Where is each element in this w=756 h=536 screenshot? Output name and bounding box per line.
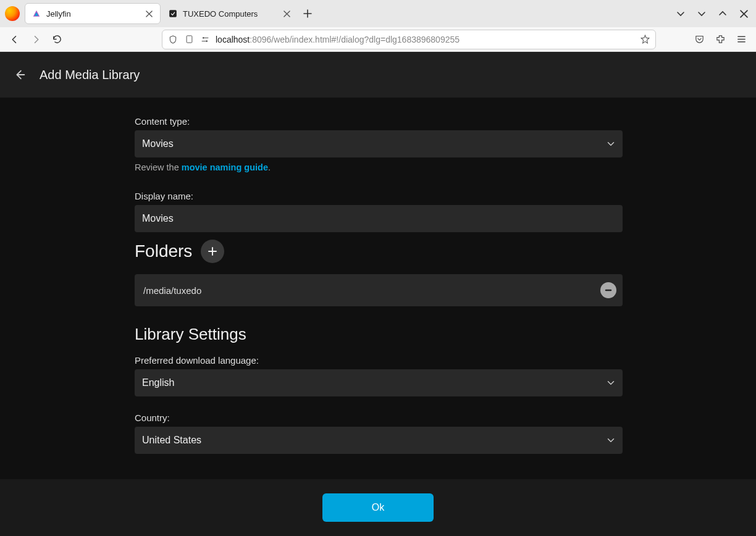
app-menu-icon[interactable] <box>733 31 750 48</box>
add-folder-button[interactable] <box>201 240 224 263</box>
form-scroll-area[interactable]: Content type: Movies Review the movie na… <box>0 98 756 479</box>
shield-icon[interactable] <box>167 34 178 45</box>
browser-chrome: Jellyfin TUXEDO Computers <box>0 0 756 52</box>
bookmark-star-icon[interactable] <box>639 34 650 45</box>
library-settings-heading: Library Settings <box>135 325 623 344</box>
display-name-input[interactable]: Movies <box>135 205 623 232</box>
close-icon[interactable] <box>144 9 154 19</box>
folder-row[interactable]: /media/tuxedo <box>135 274 623 306</box>
dialog-title: Add Media Library <box>40 68 140 82</box>
window-maximize-icon[interactable] <box>714 5 731 22</box>
svg-point-3 <box>206 40 208 42</box>
svg-rect-1 <box>187 36 192 43</box>
ok-button[interactable]: Ok <box>322 493 434 522</box>
address-bar[interactable]: localhost:8096/web/index.html#!/dialog?d… <box>162 30 656 49</box>
display-name-label: Display name: <box>135 191 623 201</box>
dialog-header: Add Media Library <box>0 52 756 98</box>
close-icon[interactable] <box>282 9 292 19</box>
tab-tuxedo[interactable]: TUXEDO Computers <box>162 3 298 24</box>
browser-toolbar: localhost:8096/web/index.html#!/dialog?d… <box>0 27 756 52</box>
display-name-value: Movies <box>142 213 174 224</box>
svg-point-2 <box>203 37 204 39</box>
naming-guide-link[interactable]: movie naming guide <box>182 162 268 172</box>
url-rest: :8096/web/index.html#!/dialog?dlg=dlg168… <box>250 35 460 44</box>
url-host: localhost <box>216 35 250 44</box>
extensions-icon[interactable] <box>712 31 729 48</box>
window-minimize-icon[interactable] <box>693 5 710 22</box>
country-select[interactable]: United States <box>135 427 623 454</box>
app-root: Add Media Library Content type: Movies R… <box>0 52 756 536</box>
tabs-dropdown-icon[interactable] <box>672 5 689 22</box>
nav-reload-button[interactable] <box>48 31 65 48</box>
chevron-down-icon <box>605 377 616 388</box>
folders-heading: Folders <box>135 241 192 261</box>
country-label: Country: <box>135 412 623 423</box>
new-tab-button[interactable] <box>299 5 316 22</box>
jellyfin-favicon-icon <box>32 9 41 19</box>
naming-guide-help: Review the movie naming guide. <box>135 162 623 172</box>
remove-folder-button[interactable] <box>600 282 616 298</box>
tab-title: TUXEDO Computers <box>183 9 277 19</box>
tab-jellyfin[interactable]: Jellyfin <box>25 3 161 24</box>
folder-path: /media/tuxedo <box>143 285 201 296</box>
window-close-icon[interactable] <box>735 5 752 22</box>
language-label: Preferred download language: <box>135 355 623 366</box>
permissions-icon[interactable] <box>200 34 211 45</box>
content-type-select[interactable]: Movies <box>135 130 623 157</box>
pocket-icon[interactable] <box>691 31 708 48</box>
language-select[interactable]: English <box>135 369 623 396</box>
dialog-back-button[interactable] <box>11 66 28 83</box>
svg-rect-0 <box>169 10 177 17</box>
language-value: English <box>142 377 174 388</box>
tuxedo-favicon-icon <box>168 9 178 19</box>
chevron-down-icon <box>605 138 616 149</box>
nav-back-button[interactable] <box>6 31 23 48</box>
country-value: United States <box>142 435 201 446</box>
tab-strip: Jellyfin TUXEDO Computers <box>0 0 756 27</box>
page-info-icon[interactable] <box>183 34 195 45</box>
nav-forward-button[interactable] <box>27 31 44 48</box>
content-type-label: Content type: <box>135 116 623 127</box>
firefox-icon <box>5 6 20 21</box>
tab-title: Jellyfin <box>46 9 139 19</box>
content-type-value: Movies <box>142 138 174 149</box>
chevron-down-icon <box>605 435 616 446</box>
dialog-footer: Ok <box>0 479 756 536</box>
